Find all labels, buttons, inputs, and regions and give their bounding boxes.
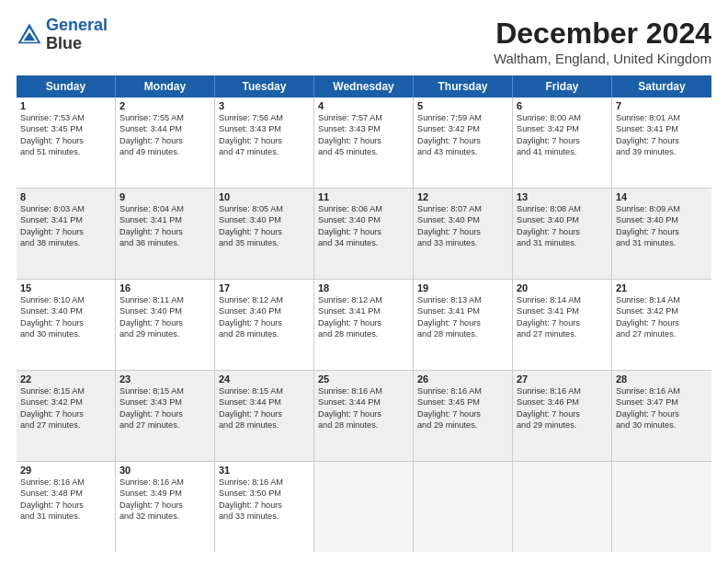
cell-line: Daylight: 7 hours bbox=[517, 135, 608, 146]
cell-line: and 39 minutes. bbox=[616, 146, 708, 157]
logo: General Blue bbox=[17, 17, 108, 53]
cell-line: Sunset: 3:40 PM bbox=[119, 305, 210, 316]
cell-line: and 36 minutes. bbox=[119, 237, 210, 248]
cell-line: Sunrise: 7:55 AM bbox=[119, 112, 210, 123]
cell-line: and 45 minutes. bbox=[318, 146, 409, 157]
day-cell-21: 21Sunrise: 8:14 AMSunset: 3:42 PMDayligh… bbox=[612, 280, 711, 370]
day-number: 1 bbox=[20, 100, 111, 111]
header-day-thursday: Thursday bbox=[414, 75, 513, 98]
cell-line: Sunset: 3:40 PM bbox=[318, 214, 409, 225]
day-cell-19: 19Sunrise: 8:13 AMSunset: 3:41 PMDayligh… bbox=[414, 280, 513, 370]
cell-line: Daylight: 7 hours bbox=[616, 408, 708, 419]
cell-line: and 28 minutes. bbox=[219, 419, 310, 431]
empty-cell bbox=[612, 462, 711, 552]
cell-line: and 27 minutes. bbox=[517, 328, 608, 339]
cell-line: Sunrise: 8:16 AM bbox=[20, 477, 111, 488]
day-number: 10 bbox=[219, 191, 310, 202]
cell-line: Sunrise: 8:16 AM bbox=[119, 477, 210, 488]
day-cell-6: 6Sunrise: 8:00 AMSunset: 3:42 PMDaylight… bbox=[513, 98, 612, 188]
cell-line: Daylight: 7 hours bbox=[20, 408, 111, 419]
cell-line: and 51 minutes. bbox=[20, 146, 111, 157]
header-day-saturday: Saturday bbox=[612, 75, 711, 98]
cell-line: Daylight: 7 hours bbox=[20, 500, 111, 511]
cell-line: and 38 minutes. bbox=[20, 237, 111, 248]
cell-line: and 31 minutes. bbox=[20, 511, 111, 522]
main-title: December 2024 bbox=[494, 17, 711, 51]
cell-line: Sunset: 3:43 PM bbox=[219, 123, 310, 134]
day-number: 28 bbox=[616, 373, 708, 385]
cell-line: Sunrise: 7:56 AM bbox=[219, 112, 310, 123]
day-cell-16: 16Sunrise: 8:11 AMSunset: 3:40 PMDayligh… bbox=[116, 280, 215, 370]
cell-line: Daylight: 7 hours bbox=[119, 226, 210, 237]
cell-line: and 28 minutes. bbox=[417, 328, 508, 339]
cell-line: and 49 minutes. bbox=[119, 146, 210, 157]
cell-line: Daylight: 7 hours bbox=[219, 135, 310, 146]
calendar-row-4: 22Sunrise: 8:15 AMSunset: 3:42 PMDayligh… bbox=[17, 371, 711, 462]
cell-line: Sunset: 3:45 PM bbox=[417, 396, 508, 408]
cell-line: Daylight: 7 hours bbox=[119, 317, 210, 328]
day-cell-28: 28Sunrise: 8:16 AMSunset: 3:47 PMDayligh… bbox=[612, 371, 711, 461]
cell-line: Sunset: 3:41 PM bbox=[20, 214, 111, 225]
cell-line: and 27 minutes. bbox=[20, 419, 111, 431]
cell-line: Daylight: 7 hours bbox=[20, 226, 111, 237]
day-number: 24 bbox=[219, 373, 310, 385]
cell-line: Sunset: 3:40 PM bbox=[219, 214, 310, 225]
cell-line: Daylight: 7 hours bbox=[616, 135, 708, 146]
cell-line: and 29 minutes. bbox=[119, 328, 210, 339]
day-cell-27: 27Sunrise: 8:16 AMSunset: 3:46 PMDayligh… bbox=[513, 371, 612, 461]
title-block: December 2024 Waltham, England, United K… bbox=[494, 17, 711, 66]
calendar-row-2: 8Sunrise: 8:03 AMSunset: 3:41 PMDaylight… bbox=[17, 189, 711, 280]
cell-line: Sunset: 3:43 PM bbox=[318, 123, 409, 134]
day-cell-17: 17Sunrise: 8:12 AMSunset: 3:40 PMDayligh… bbox=[215, 280, 314, 370]
cell-line: Sunset: 3:41 PM bbox=[417, 305, 508, 316]
day-number: 5 bbox=[417, 100, 508, 111]
day-number: 18 bbox=[318, 282, 409, 293]
cell-line: Sunset: 3:41 PM bbox=[517, 305, 608, 316]
logo-line2: Blue bbox=[46, 34, 82, 52]
cell-line: Sunrise: 8:16 AM bbox=[616, 385, 708, 396]
day-number: 26 bbox=[417, 373, 508, 385]
day-number: 12 bbox=[417, 191, 508, 202]
header-day-wednesday: Wednesday bbox=[314, 75, 414, 98]
cell-line: and 30 minutes. bbox=[20, 328, 111, 339]
cell-line: Sunrise: 8:08 AM bbox=[517, 203, 608, 214]
cell-line: and 28 minutes. bbox=[318, 328, 409, 339]
cell-line: Sunrise: 8:03 AM bbox=[20, 203, 111, 214]
cell-line: Daylight: 7 hours bbox=[517, 317, 608, 328]
cell-line: and 33 minutes. bbox=[417, 237, 508, 248]
day-cell-13: 13Sunrise: 8:08 AMSunset: 3:40 PMDayligh… bbox=[513, 189, 612, 279]
cell-line: Sunrise: 8:14 AM bbox=[616, 294, 708, 305]
empty-cell bbox=[414, 462, 513, 552]
cell-line: and 29 minutes. bbox=[517, 419, 608, 431]
header-day-sunday: Sunday bbox=[17, 75, 116, 98]
day-cell-22: 22Sunrise: 8:15 AMSunset: 3:42 PMDayligh… bbox=[17, 371, 116, 461]
day-cell-11: 11Sunrise: 8:06 AMSunset: 3:40 PMDayligh… bbox=[314, 189, 414, 279]
cell-line: Sunrise: 8:05 AM bbox=[219, 203, 310, 214]
day-cell-3: 3Sunrise: 7:56 AMSunset: 3:43 PMDaylight… bbox=[215, 98, 314, 188]
cell-line: and 27 minutes. bbox=[119, 419, 210, 431]
cell-line: Sunrise: 8:15 AM bbox=[20, 385, 111, 396]
cell-line: Sunset: 3:42 PM bbox=[417, 123, 508, 134]
cell-line: and 47 minutes. bbox=[219, 146, 310, 157]
page: General Blue December 2024 Waltham, Engl… bbox=[0, 0, 728, 563]
cell-line: and 27 minutes. bbox=[616, 328, 708, 339]
day-number: 2 bbox=[119, 100, 210, 111]
cell-line: Sunset: 3:42 PM bbox=[616, 305, 708, 316]
cell-line: and 29 minutes. bbox=[417, 419, 508, 431]
day-cell-18: 18Sunrise: 8:12 AMSunset: 3:41 PMDayligh… bbox=[314, 280, 414, 370]
cell-line: Sunrise: 8:16 AM bbox=[417, 385, 508, 396]
logo-icon bbox=[17, 22, 42, 48]
cell-line: Sunrise: 8:12 AM bbox=[219, 294, 310, 305]
cell-line: and 35 minutes. bbox=[219, 237, 310, 248]
day-number: 19 bbox=[417, 282, 508, 293]
cell-line: Daylight: 7 hours bbox=[20, 135, 111, 146]
day-cell-8: 8Sunrise: 8:03 AMSunset: 3:41 PMDaylight… bbox=[17, 189, 116, 279]
day-number: 3 bbox=[219, 100, 310, 111]
day-number: 13 bbox=[517, 191, 608, 202]
cell-line: Sunrise: 8:11 AM bbox=[119, 294, 210, 305]
day-number: 21 bbox=[616, 282, 708, 293]
cell-line: Sunset: 3:47 PM bbox=[616, 396, 708, 408]
day-number: 31 bbox=[219, 465, 310, 476]
day-cell-1: 1Sunrise: 7:53 AMSunset: 3:45 PMDaylight… bbox=[17, 98, 116, 188]
cell-line: Sunset: 3:40 PM bbox=[517, 214, 608, 225]
